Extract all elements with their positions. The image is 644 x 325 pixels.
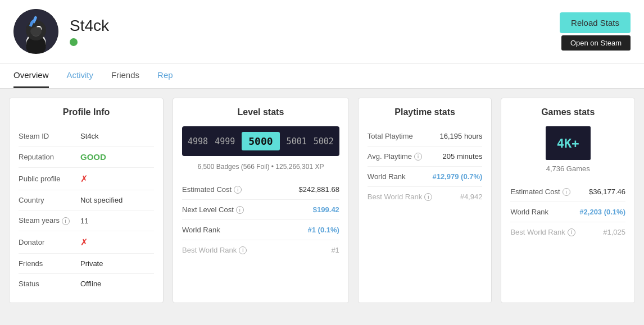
level-world-rank-label: World Rank: [182, 226, 220, 234]
games-best-rank-info-icon: i: [568, 228, 575, 236]
playtime-stats-card: Playtime stats Total Playtime 16,195 hou…: [358, 98, 492, 303]
games-world-rank-label: World Rank: [510, 208, 548, 216]
level-world-rank-row: World Rank #1 (0.1%): [182, 220, 339, 240]
steamyears-info-icon: i: [62, 217, 70, 225]
steamid-label: Steam ID: [19, 132, 80, 140]
profile-row-public: Public profile ✗: [19, 168, 154, 190]
playtime-total-row: Total Playtime 16,195 hours: [368, 126, 483, 147]
header-actions: Reload Stats Open on Steam: [560, 12, 631, 51]
avatar: [13, 9, 58, 54]
playtime-best-rank-value: #4,942: [460, 193, 483, 201]
games-count: 4,736 Games: [510, 164, 625, 173]
svg-point-8: [30, 27, 42, 36]
games-best-rank-value: #1,025: [603, 228, 625, 236]
level-best-rank-row: Best World Rank i #1: [182, 240, 339, 260]
games-world-rank-value: #2,203 (0.1%): [579, 208, 625, 216]
games-stats-card: Games stats 4K+ 4,736 Games Estimated Co…: [501, 98, 635, 303]
header: St4ck Reload Stats Open on Steam: [0, 0, 644, 63]
games-best-rank-label: Best World Rank i: [510, 228, 575, 236]
profile-row-steamid: Steam ID St4ck: [19, 126, 154, 147]
avg-playtime-info-icon: i: [414, 153, 422, 161]
playtime-avg-value: 205 minutes: [443, 152, 483, 161]
games-estimated-cost-label: Estimated Cost i: [510, 187, 570, 196]
level-current: 5000: [242, 132, 279, 150]
status-label: Status: [19, 280, 80, 288]
level-4999: 4999: [215, 136, 235, 147]
navigation: Overview Activity Friends Rep: [0, 63, 644, 89]
profile-row-friends: Friends Private: [19, 254, 154, 274]
level-world-rank-value: #1 (0.1%): [307, 226, 339, 234]
games-estimated-cost-info-icon: i: [563, 188, 570, 196]
next-level-cost-info-icon: i: [236, 206, 244, 214]
profile-row-reputation: Reputation GOOD: [19, 147, 154, 168]
playtime-total-label: Total Playtime: [368, 132, 413, 140]
profile-row-country: Country Not specified: [19, 190, 154, 210]
games-best-rank-row: Best World Rank i #1,025: [510, 222, 625, 242]
avatar-image: [13, 9, 58, 54]
playtime-world-rank-row: World Rank #12,979 (0.7%): [368, 167, 483, 187]
level-estimated-cost-label: Estimated Cost i: [182, 185, 242, 194]
level-best-rank-value: #1: [331, 246, 339, 254]
level-best-rank-label: Best World Rank i: [182, 246, 247, 254]
playtime-stats-title: Playtime stats: [368, 107, 483, 117]
xp-info: 6,500 Badges (566 Foil) • 125,266,301 XP: [182, 163, 339, 171]
country-label: Country: [19, 196, 80, 204]
steamyears-value: 11: [80, 217, 88, 225]
playtime-best-rank-info-icon: i: [424, 193, 432, 201]
main-content: Profile Info Steam ID St4ck Reputation G…: [0, 89, 644, 312]
games-world-rank-row: World Rank #2,203 (0.1%): [510, 202, 625, 222]
level-next-cost-row: Next Level Cost i $199.42: [182, 200, 339, 220]
level-5001: 5001: [287, 136, 307, 147]
friends-label: Friends: [19, 259, 80, 268]
public-profile-value: ✗: [80, 173, 88, 184]
profile-row-donator: Donator ✗: [19, 231, 154, 254]
status-value: Offline: [80, 280, 101, 288]
public-profile-label: Public profile: [19, 175, 80, 183]
playtime-avg-label: Avg. Playtime i: [368, 152, 422, 161]
games-icon: 4K+: [546, 126, 591, 160]
level-estimated-cost-value: $242,881.68: [299, 185, 339, 194]
level-stats-title: Level stats: [182, 107, 339, 117]
level-5002: 5002: [314, 136, 334, 147]
profile-info-title: Profile Info: [19, 107, 154, 117]
reload-stats-button[interactable]: Reload Stats: [560, 12, 631, 33]
nav-rep[interactable]: Rep: [157, 63, 173, 88]
steamid-value: St4ck: [80, 132, 99, 140]
playtime-total-value: 16,195 hours: [440, 132, 483, 140]
online-indicator: [70, 38, 78, 46]
nav-friends[interactable]: Friends: [111, 63, 139, 88]
playtime-world-rank-value: #12,979 (0.7%): [433, 172, 483, 181]
profile-info-card: Profile Info Steam ID St4ck Reputation G…: [9, 98, 164, 303]
profile-row-steamyears: Steam years i 11: [19, 210, 154, 231]
level-next-cost-value: $199.42: [313, 205, 339, 214]
playtime-avg-row: Avg. Playtime i 205 minutes: [368, 147, 483, 167]
profile-row-status: Status Offline: [19, 274, 154, 294]
games-icon-text: 4K+: [557, 136, 579, 150]
open-on-steam-button[interactable]: Open on Steam: [561, 35, 631, 51]
username-area: St4ck: [70, 17, 109, 46]
friends-value: Private: [80, 259, 103, 268]
playtime-best-rank-label: Best World Rank i: [368, 193, 432, 201]
level-stats-card: Level stats 4998 4999 5000 5001 5002 6,5…: [173, 98, 349, 303]
nav-overview[interactable]: Overview: [13, 63, 49, 88]
level-estimated-cost-row: Estimated Cost i $242,881.68: [182, 180, 339, 200]
games-stats-title: Games stats: [510, 107, 625, 117]
level-4998: 4998: [188, 136, 208, 147]
reputation-label: Reputation: [19, 153, 80, 161]
level-next-cost-label: Next Level Cost i: [182, 205, 244, 214]
reputation-value: GOOD: [80, 152, 106, 162]
playtime-world-rank-label: World Rank: [368, 172, 406, 181]
donator-label: Donator: [19, 238, 80, 246]
level-display: 4998 4999 5000 5001 5002: [182, 126, 339, 156]
steamyears-label: Steam years i: [19, 216, 80, 225]
games-estimated-cost-value: $36,177.46: [589, 187, 625, 196]
playtime-best-rank-row: Best World Rank i #4,942: [368, 187, 483, 207]
donator-value: ✗: [80, 237, 88, 248]
level-best-rank-info-icon: i: [239, 246, 247, 254]
estimated-cost-info-icon: i: [234, 186, 242, 194]
games-estimated-cost-row: Estimated Cost i $36,177.46: [510, 182, 625, 202]
username: St4ck: [70, 17, 109, 35]
country-value: Not specified: [80, 196, 123, 204]
nav-activity[interactable]: Activity: [67, 63, 94, 88]
